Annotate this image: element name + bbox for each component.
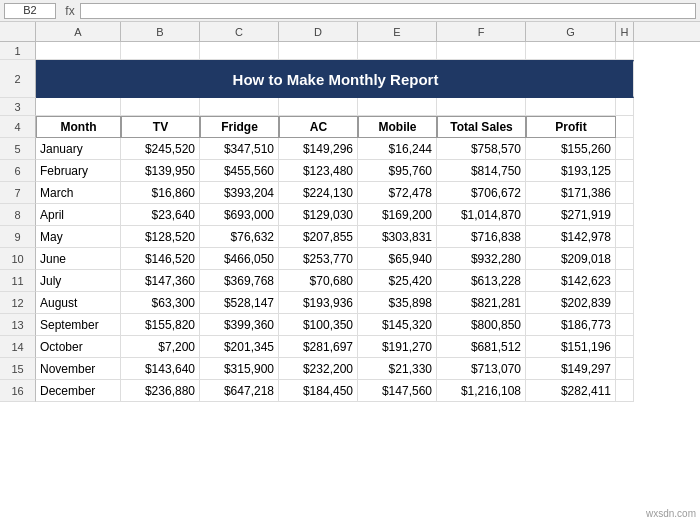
cell-profit-6[interactable]: $193,125 [526,160,616,182]
cell-extra-8[interactable] [616,204,634,226]
header-tv[interactable]: TV [121,116,200,138]
cell-fridge-15[interactable]: $315,900 [200,358,279,380]
cell-ac-12[interactable]: $193,936 [279,292,358,314]
col-header-C[interactable]: C [200,22,279,41]
cell-profit-16[interactable]: $282,411 [526,380,616,402]
cell-profit-7[interactable]: $171,386 [526,182,616,204]
cell-month-7[interactable]: March [36,182,121,204]
cell-h3[interactable] [616,98,634,116]
cell-month-13[interactable]: September [36,314,121,336]
header-ac[interactable]: AC [279,116,358,138]
cell-fridge-14[interactable]: $201,345 [200,336,279,358]
cell-ac-13[interactable]: $100,350 [279,314,358,336]
cell-profit-13[interactable]: $186,773 [526,314,616,336]
cell-b3[interactable] [121,98,200,116]
cell-extra-6[interactable] [616,160,634,182]
cell-total-sales-5[interactable]: $758,570 [437,138,526,160]
header-fridge[interactable]: Fridge [200,116,279,138]
cell-ac-5[interactable]: $149,296 [279,138,358,160]
header-profit[interactable]: Profit [526,116,616,138]
cell-c3[interactable] [200,98,279,116]
cell-total-sales-6[interactable]: $814,750 [437,160,526,182]
cell-month-11[interactable]: July [36,270,121,292]
cell-b1[interactable] [121,42,200,60]
cell-ac-15[interactable]: $232,200 [279,358,358,380]
cell-tv-13[interactable]: $155,820 [121,314,200,336]
cell-fridge-5[interactable]: $347,510 [200,138,279,160]
cell-month-12[interactable]: August [36,292,121,314]
header-month[interactable]: Month [36,116,121,138]
cell-d3[interactable] [279,98,358,116]
col-header-A[interactable]: A [36,22,121,41]
cell-h1[interactable] [616,42,634,60]
cell-tv-9[interactable]: $128,520 [121,226,200,248]
cell-g3[interactable] [526,98,616,116]
formula-bar[interactable] [80,3,696,19]
cell-mobile-14[interactable]: $191,270 [358,336,437,358]
cell-total-sales-13[interactable]: $800,850 [437,314,526,336]
cell-ac-11[interactable]: $70,680 [279,270,358,292]
cell-a1[interactable] [36,42,121,60]
cell-fridge-9[interactable]: $76,632 [200,226,279,248]
col-header-G[interactable]: G [526,22,616,41]
cell-month-9[interactable]: May [36,226,121,248]
cell-e3[interactable] [358,98,437,116]
cell-f1[interactable] [437,42,526,60]
cell-h4[interactable] [616,116,634,138]
cell-month-10[interactable]: June [36,248,121,270]
col-header-B[interactable]: B [121,22,200,41]
cell-total-sales-14[interactable]: $681,512 [437,336,526,358]
cell-mobile-6[interactable]: $95,760 [358,160,437,182]
cell-total-sales-7[interactable]: $706,672 [437,182,526,204]
cell-fridge-8[interactable]: $693,000 [200,204,279,226]
cell-profit-15[interactable]: $149,297 [526,358,616,380]
cell-f3[interactable] [437,98,526,116]
cell-month-14[interactable]: October [36,336,121,358]
cell-tv-12[interactable]: $63,300 [121,292,200,314]
cell-tv-10[interactable]: $146,520 [121,248,200,270]
cell-tv-8[interactable]: $23,640 [121,204,200,226]
cell-g1[interactable] [526,42,616,60]
cell-mobile-11[interactable]: $25,420 [358,270,437,292]
cell-tv-7[interactable]: $16,860 [121,182,200,204]
cell-extra-15[interactable] [616,358,634,380]
cell-fridge-7[interactable]: $393,204 [200,182,279,204]
cell-month-15[interactable]: November [36,358,121,380]
cell-fridge-11[interactable]: $369,768 [200,270,279,292]
cell-month-8[interactable]: April [36,204,121,226]
cell-extra-16[interactable] [616,380,634,402]
cell-month-6[interactable]: February [36,160,121,182]
cell-tv-14[interactable]: $7,200 [121,336,200,358]
cell-fridge-10[interactable]: $466,050 [200,248,279,270]
cell-tv-5[interactable]: $245,520 [121,138,200,160]
cell-extra-5[interactable] [616,138,634,160]
cell-total-sales-12[interactable]: $821,281 [437,292,526,314]
cell-mobile-9[interactable]: $303,831 [358,226,437,248]
cell-fridge-13[interactable]: $399,360 [200,314,279,336]
cell-fridge-16[interactable]: $647,218 [200,380,279,402]
cell-extra-11[interactable] [616,270,634,292]
col-header-F[interactable]: F [437,22,526,41]
cell-extra-14[interactable] [616,336,634,358]
cell-total-sales-16[interactable]: $1,216,108 [437,380,526,402]
cell-ac-7[interactable]: $224,130 [279,182,358,204]
cell-mobile-7[interactable]: $72,478 [358,182,437,204]
cell-ac-8[interactable]: $129,030 [279,204,358,226]
cell-ac-9[interactable]: $207,855 [279,226,358,248]
cell-total-sales-11[interactable]: $613,228 [437,270,526,292]
cell-profit-10[interactable]: $209,018 [526,248,616,270]
cell-ac-14[interactable]: $281,697 [279,336,358,358]
cell-total-sales-15[interactable]: $713,070 [437,358,526,380]
cell-tv-6[interactable]: $139,950 [121,160,200,182]
cell-extra-9[interactable] [616,226,634,248]
cell-profit-14[interactable]: $151,196 [526,336,616,358]
cell-a3[interactable] [36,98,121,116]
cell-profit-12[interactable]: $202,839 [526,292,616,314]
cell-tv-11[interactable]: $147,360 [121,270,200,292]
cell-total-sales-8[interactable]: $1,014,870 [437,204,526,226]
cell-month-16[interactable]: December [36,380,121,402]
cell-extra-12[interactable] [616,292,634,314]
header-total-sales[interactable]: Total Sales [437,116,526,138]
cell-mobile-8[interactable]: $169,200 [358,204,437,226]
cell-total-sales-9[interactable]: $716,838 [437,226,526,248]
